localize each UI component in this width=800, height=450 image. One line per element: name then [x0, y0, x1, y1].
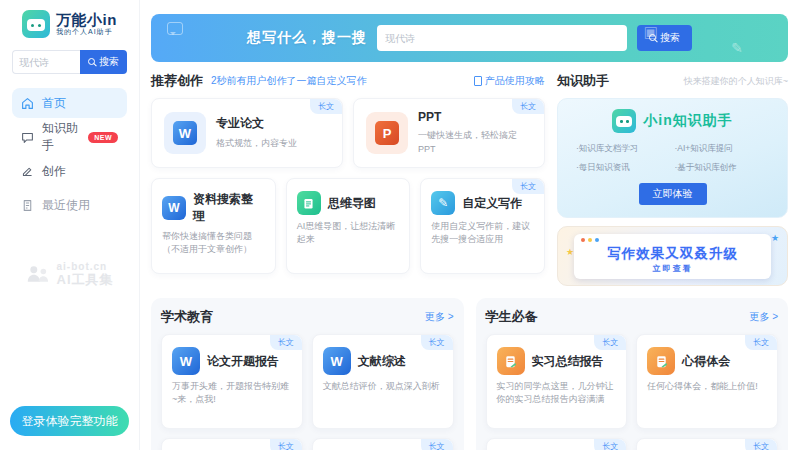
word-icon: W	[172, 347, 200, 375]
robot-logo-icon	[612, 109, 636, 133]
app-tagline: 我的个人AI助手	[56, 28, 117, 36]
card-thesis-proposal[interactable]: 长文 W 论文开题报告 万事开头难，开题报告特别难~来，点我!	[161, 334, 303, 429]
long-text-badge: 长文	[594, 439, 626, 450]
card-reflections[interactable]: 长文 心得体会 任何心得体会，都能上价值!	[636, 334, 778, 429]
guide-doc-icon	[474, 76, 482, 86]
sidebar-item-create[interactable]: 创作	[12, 156, 127, 186]
window-dots-icon	[581, 238, 599, 242]
sidebar-menu: 首页 知识助手 NEW 创作 最近使用	[12, 88, 127, 220]
sidebar-search: 搜索	[12, 50, 127, 74]
card-career-plan[interactable]: 长文 ✎ 职业规划书	[486, 438, 628, 450]
promo-title: 写作效果又双叒升级	[580, 245, 765, 263]
long-text-badge: 长文	[512, 179, 544, 194]
long-text-badge: 长文	[270, 439, 302, 450]
report-icon	[647, 347, 675, 375]
main-content: ▣ ✎ 想写什么，搜一搜 搜索 推荐创作 2秒前有用户创作了一篇自定义写作 产品…	[141, 0, 800, 450]
word-icon: W	[164, 112, 206, 154]
long-text-badge: 长文	[421, 439, 453, 450]
sidebar-item-knowledge[interactable]: 知识助手 NEW	[12, 122, 127, 152]
knowledge-title: 知识助手	[557, 72, 609, 90]
more-link[interactable]: 更多 >	[749, 310, 778, 324]
word-icon: W	[323, 347, 351, 375]
banner-pencil-icon: ✎	[731, 40, 743, 56]
featured-card-ppt[interactable]: 长文 P PPT 一键快速生成，轻松搞定PPT	[353, 98, 545, 168]
search-icon	[649, 34, 658, 43]
app-logo[interactable]: 万能小in 我的个人AI助手	[12, 10, 127, 38]
card-internship-report[interactable]: 长文 实习总结报告 实习的同学点这里，几分钟让你的实习总结报告内容满满	[486, 334, 628, 429]
knowledge-features: ·知识库文档学习 ·AI+知识库提问 ·每日知识资讯 ·基于知识库创作	[576, 143, 769, 174]
star-icon: ★	[771, 233, 779, 243]
edit-icon	[21, 165, 34, 178]
word-icon: W	[162, 196, 186, 220]
section-academic: 学术教育 更多 > 长文 W 论文开题报告 万事开头难，开题报告特别难~来，点我…	[151, 298, 464, 450]
long-text-badge: 长文	[512, 99, 544, 114]
featured-card-paper[interactable]: 长文 W 专业论文 格式规范，内容专业	[151, 98, 343, 168]
mindmap-icon	[297, 191, 321, 215]
aibot-logo-icon	[26, 264, 52, 284]
promo-banner[interactable]: ★ ★ 写作效果又双叒升级 立即查看	[557, 226, 788, 286]
product-guide-link[interactable]: 产品使用攻略	[474, 74, 545, 88]
recommend-title: 推荐创作	[151, 72, 203, 90]
long-text-badge: 长文	[745, 335, 777, 350]
sidebar-search-input[interactable]	[12, 50, 80, 74]
banner-prompt: 想写什么，搜一搜	[247, 29, 367, 47]
watermark: ai-bot.cn AI工具集	[0, 262, 139, 286]
card-course-paper[interactable]: 长文 课程论文 格式规范，内容专业的课程	[161, 438, 303, 450]
promo-cta[interactable]: 立即查看	[580, 263, 765, 274]
sidebar: 万能小in 我的个人AI助手 搜索 首页 知识助手 NEW 创作 最近使用	[0, 0, 140, 450]
long-text-badge: 长文	[745, 439, 777, 450]
watermark-line1: ai-bot.cn	[57, 262, 114, 273]
knowledge-section: 知识助手 快来搭建你的个人知识库~ 小in知识助手 ·知识库文档学习 ·AI+知…	[557, 72, 788, 286]
recommend-section: 推荐创作 2秒前有用户创作了一篇自定义写作 产品使用攻略 长文 W 专业论文 格…	[151, 72, 545, 286]
long-text-badge: 长文	[270, 335, 302, 350]
search-icon	[88, 58, 97, 67]
banner-chat-icon	[167, 22, 183, 35]
watermark-line2: AI工具集	[57, 273, 114, 287]
more-link[interactable]: 更多 >	[425, 310, 454, 324]
new-badge: NEW	[88, 132, 118, 143]
robot-logo-icon	[22, 10, 50, 38]
app-title: 万能小in	[56, 12, 117, 29]
banner-search-input[interactable]	[377, 25, 627, 51]
card-book-review[interactable]: 长文 读后感	[636, 438, 778, 450]
home-icon	[21, 97, 34, 110]
pen-icon: ✎	[431, 191, 455, 215]
section-student: 学生必备 更多 > 长文 实习总结报告 实习的同学点这里，几分钟让你的实习总结报…	[476, 298, 789, 450]
card-graduation-thesis[interactable]: 长文 毕业论文 格式规范，内容专业的毕业	[312, 438, 454, 450]
long-text-badge: 长文	[594, 335, 626, 350]
tool-card-research[interactable]: W 资料搜索整理 帮你快速搞懂各类问题（不适用于文章创作）	[151, 178, 276, 274]
chat-icon	[21, 131, 34, 144]
sidebar-item-home[interactable]: 首页	[12, 88, 127, 118]
tool-card-custom-writing[interactable]: 长文 ✎ 自定义写作 使用自定义写作前，建议先搜一搜合适应用	[420, 178, 545, 274]
search-banner: ▣ ✎ 想写什么，搜一搜 搜索	[151, 14, 788, 62]
report-icon	[497, 347, 525, 375]
knowledge-assistant-card[interactable]: 小in知识助手 ·知识库文档学习 ·AI+知识库提问 ·每日知识资讯 ·基于知识…	[557, 98, 788, 218]
promo-window: 写作效果又双叒升级 立即查看	[574, 234, 771, 279]
knowledge-hint: 快来搭建你的个人知识库~	[684, 75, 788, 88]
tool-card-mindmap[interactable]: 思维导图 AI思维导图，让想法清晰起来	[286, 178, 411, 274]
ppt-icon: P	[366, 112, 408, 154]
recommend-ticker: 2秒前有用户创作了一篇自定义写作	[211, 74, 367, 88]
knowledge-card-title: 小in知识助手	[643, 112, 732, 130]
sidebar-search-button[interactable]: 搜索	[80, 50, 127, 74]
long-text-badge: 长文	[310, 99, 342, 114]
recent-doc-icon	[21, 199, 34, 212]
card-literature-review[interactable]: 长文 W 文献综述 文献总结评价，观点深入剖析	[312, 334, 454, 429]
star-icon: ★	[566, 247, 574, 257]
long-text-badge: 长文	[421, 335, 453, 350]
login-button[interactable]: 登录体验完整功能	[10, 406, 129, 436]
try-now-button[interactable]: 立即体验	[639, 183, 707, 205]
sidebar-item-recent[interactable]: 最近使用	[12, 190, 127, 220]
